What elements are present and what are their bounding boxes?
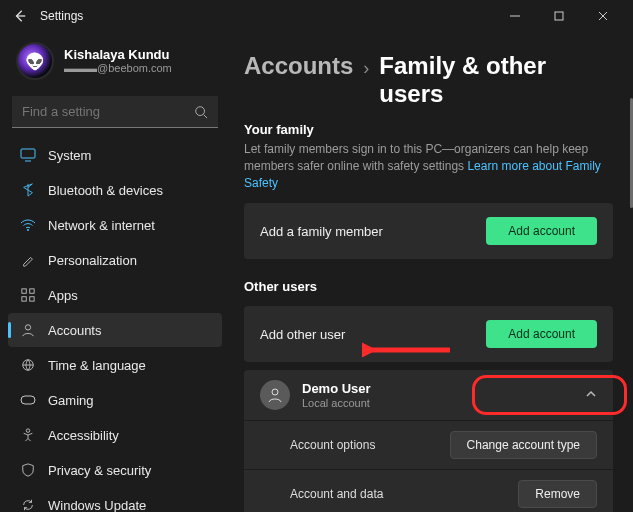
svg-rect-5 bbox=[30, 289, 34, 293]
family-heading: Your family bbox=[244, 122, 613, 137]
titlebar: Settings bbox=[0, 0, 633, 32]
nav-label: Accessibility bbox=[48, 428, 119, 443]
add-other-user-label: Add other user bbox=[260, 327, 486, 342]
svg-rect-6 bbox=[22, 297, 26, 301]
nav-system[interactable]: System bbox=[8, 138, 222, 172]
nav-label: System bbox=[48, 148, 91, 163]
family-description: Let family members sign in to this PC—or… bbox=[244, 141, 613, 191]
close-button[interactable] bbox=[581, 2, 625, 30]
other-users-section: Other users Add other user Add account D… bbox=[244, 279, 613, 512]
update-icon bbox=[20, 497, 36, 512]
add-family-button[interactable]: Add account bbox=[486, 217, 597, 245]
account-data-row: Account and data Remove bbox=[244, 469, 613, 512]
nav-privacy[interactable]: Privacy & security bbox=[8, 453, 222, 487]
nav-label: Network & internet bbox=[48, 218, 155, 233]
nav-accounts[interactable]: Accounts bbox=[8, 313, 222, 347]
nav-label: Personalization bbox=[48, 253, 137, 268]
back-button[interactable] bbox=[8, 4, 32, 28]
svg-point-1 bbox=[196, 106, 205, 115]
nav-gaming[interactable]: Gaming bbox=[8, 383, 222, 417]
nav-apps[interactable]: Apps bbox=[8, 278, 222, 312]
gamepad-icon bbox=[20, 392, 36, 408]
nav-personalization[interactable]: Personalization bbox=[8, 243, 222, 277]
brush-icon bbox=[20, 252, 36, 268]
svg-rect-7 bbox=[30, 297, 34, 301]
shield-icon bbox=[20, 462, 36, 478]
nav-network[interactable]: Network & internet bbox=[8, 208, 222, 242]
nav-time-language[interactable]: Time & language bbox=[8, 348, 222, 382]
svg-point-12 bbox=[272, 389, 278, 395]
remove-account-button[interactable]: Remove bbox=[518, 480, 597, 508]
arrow-left-icon bbox=[13, 9, 27, 23]
person-icon bbox=[260, 380, 290, 410]
nav-bluetooth[interactable]: Bluetooth & devices bbox=[8, 173, 222, 207]
nav-label: Privacy & security bbox=[48, 463, 151, 478]
nav-label: Gaming bbox=[48, 393, 94, 408]
nav-label: Time & language bbox=[48, 358, 146, 373]
add-family-label: Add a family member bbox=[260, 224, 486, 239]
svg-rect-2 bbox=[21, 149, 35, 158]
add-family-card: Add a family member Add account bbox=[244, 203, 613, 259]
minimize-button[interactable] bbox=[493, 2, 537, 30]
search-field[interactable] bbox=[22, 104, 194, 119]
maximize-icon bbox=[554, 11, 564, 21]
family-section: Your family Let family members sign in t… bbox=[244, 122, 613, 259]
apps-icon bbox=[20, 287, 36, 303]
display-icon bbox=[20, 147, 36, 163]
svg-point-3 bbox=[27, 229, 29, 231]
user-header[interactable]: Demo User Local account bbox=[244, 370, 613, 420]
nav-label: Apps bbox=[48, 288, 78, 303]
user-subtitle: Local account bbox=[302, 397, 573, 410]
wifi-icon bbox=[20, 217, 36, 233]
change-account-type-button[interactable]: Change account type bbox=[450, 431, 597, 459]
account-options-label: Account options bbox=[290, 438, 450, 452]
main-content: Accounts › Family & other users Your fam… bbox=[230, 32, 633, 512]
user-profile[interactable]: 👽 Kishalaya Kundu ▬▬▬@beebom.com bbox=[6, 36, 224, 92]
nav-accessibility[interactable]: Accessibility bbox=[8, 418, 222, 452]
add-other-user-button[interactable]: Add account bbox=[486, 320, 597, 348]
chevron-right-icon: › bbox=[363, 58, 369, 79]
user-card-demo: Demo User Local account Account options … bbox=[244, 370, 613, 512]
minimize-icon bbox=[510, 11, 520, 21]
nav-list: System Bluetooth & devices Network & int… bbox=[6, 138, 224, 512]
svg-rect-10 bbox=[21, 396, 35, 404]
account-data-label: Account and data bbox=[290, 487, 518, 501]
chevron-up-icon bbox=[585, 388, 597, 403]
close-icon bbox=[598, 11, 608, 21]
nav-windows-update[interactable]: Windows Update bbox=[8, 488, 222, 512]
user-name: Kishalaya Kundu bbox=[64, 47, 172, 63]
maximize-button[interactable] bbox=[537, 2, 581, 30]
sidebar: 👽 Kishalaya Kundu ▬▬▬@beebom.com System … bbox=[0, 32, 230, 512]
account-options-row: Account options Change account type bbox=[244, 420, 613, 469]
add-other-user-card: Add other user Add account bbox=[244, 306, 613, 362]
page-title: Family & other users bbox=[379, 52, 613, 108]
avatar: 👽 bbox=[16, 42, 54, 80]
user-email: ▬▬▬@beebom.com bbox=[64, 62, 172, 75]
user-name: Demo User bbox=[302, 381, 573, 397]
window-title: Settings bbox=[40, 9, 83, 23]
person-icon bbox=[20, 322, 36, 338]
search-input[interactable] bbox=[12, 96, 218, 128]
nav-label: Windows Update bbox=[48, 498, 146, 513]
nav-label: Bluetooth & devices bbox=[48, 183, 163, 198]
bluetooth-icon bbox=[20, 182, 36, 198]
breadcrumb-parent[interactable]: Accounts bbox=[244, 52, 353, 80]
svg-point-11 bbox=[26, 429, 30, 433]
svg-point-8 bbox=[25, 325, 30, 330]
breadcrumb: Accounts › Family & other users bbox=[244, 52, 613, 108]
other-users-heading: Other users bbox=[244, 279, 613, 294]
globe-icon bbox=[20, 357, 36, 373]
nav-label: Accounts bbox=[48, 323, 101, 338]
search-icon bbox=[194, 105, 208, 119]
svg-rect-0 bbox=[555, 12, 563, 20]
accessibility-icon bbox=[20, 427, 36, 443]
svg-rect-4 bbox=[22, 289, 26, 293]
